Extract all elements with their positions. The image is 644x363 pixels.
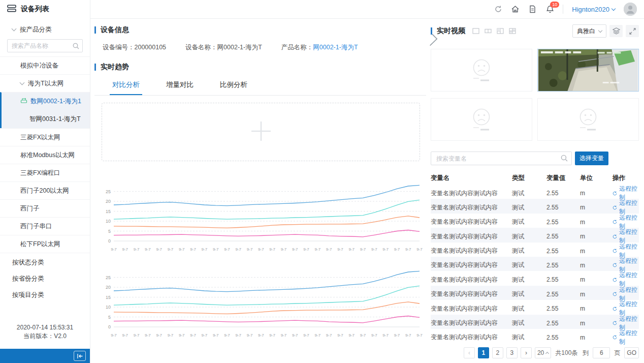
sidebar-section[interactable]: 按省份分类 [0, 270, 90, 287]
page-size-value: 20 [537, 349, 544, 356]
remote-control-label: 远程控制 [619, 329, 639, 346]
cell-value: 2.55 [546, 305, 580, 312]
video-slot-2[interactable] [537, 49, 639, 92]
tree-item[interactable]: 标准Modbus以太网 [0, 146, 90, 164]
home-icon[interactable] [511, 5, 520, 14]
column-header: 变量值 [546, 174, 580, 183]
trend-chart-1: 05101520259-79-79-79-79-79-79-79-79-79-7… [99, 175, 425, 255]
column-header: 类型 [512, 174, 546, 183]
sidebar-section[interactable]: 按状态分类 [0, 254, 90, 270]
video-slot-1[interactable] [431, 49, 532, 92]
app-title: 设备列表 [21, 5, 49, 14]
svg-text:9-7: 9-7 [360, 247, 366, 252]
tree-child-item[interactable]: 数网0002-1-海为1 [2, 93, 90, 110]
page-size-select[interactable]: 20 [535, 347, 551, 358]
notification-badge: 10 [550, 2, 559, 8]
tree-item[interactable]: 海为T以太网 [0, 74, 90, 92]
go-button[interactable]: GO [624, 347, 639, 358]
tree-item[interactable]: 松下FP以太网 [0, 235, 90, 253]
remote-control-icon [613, 320, 617, 326]
page-button-3[interactable]: 3 [506, 347, 518, 358]
fullscreen-icon[interactable] [626, 25, 639, 37]
tree-item[interactable]: 西门子 [0, 199, 90, 217]
add-variable-dropzone[interactable] [102, 103, 420, 161]
remote-control-icon [613, 306, 617, 312]
cell-name: 变量名测试内容测试内容 [431, 247, 512, 255]
section-title-text: 设备信息 [101, 25, 129, 35]
svg-text:9-7: 9-7 [337, 247, 343, 252]
video-slot-4[interactable] [537, 98, 639, 141]
svg-text:9-7: 9-7 [213, 247, 219, 252]
search-icon [73, 42, 79, 51]
page-button-1[interactable]: 1 [478, 347, 489, 358]
sidebar-bottombar [0, 349, 90, 363]
product-search-input[interactable] [7, 39, 83, 52]
tree-item[interactable]: 西门子串口 [0, 217, 90, 235]
cell-unit: m [580, 291, 613, 298]
user-menu[interactable]: Hignton2020 [572, 6, 615, 13]
tab-对比分析[interactable]: 对比分析 [110, 76, 142, 95]
svg-text:0: 0 [108, 324, 111, 329]
cell-value: 2.55 [546, 276, 580, 283]
tree-item-label: 西门子 [20, 204, 40, 213]
table-row: 变量名测试内容测试内容测试2.55m远程控制 [431, 243, 639, 257]
tree-item[interactable]: 三菱FX编程口 [0, 164, 90, 182]
remote-control-link[interactable]: 远程控制 [613, 329, 639, 346]
tree-child-item[interactable]: 智网0031-1-海为T [2, 110, 90, 128]
cell-name: 变量名测试内容测试内容 [431, 261, 512, 269]
tree-item[interactable]: 三菱FX以太网 [0, 128, 90, 146]
bell-icon[interactable]: 10 [545, 5, 554, 14]
layout-four-pane-icon[interactable] [509, 28, 516, 34]
svg-text:5: 5 [108, 315, 111, 320]
table-row: 变量名测试内容测试内容测试2.55m远程控制 [431, 315, 639, 329]
tab-比例分析[interactable]: 比例分析 [217, 76, 250, 95]
cell-name: 变量名测试内容测试内容 [431, 290, 512, 298]
svg-text:9-7: 9-7 [337, 333, 343, 338]
no-video-icon [467, 57, 496, 83]
collapse-sidebar-icon[interactable] [74, 351, 86, 361]
trend-tabs: 对比分析增量对比比例分析 [94, 76, 426, 96]
remote-control-icon [613, 335, 617, 340]
svg-text:9-7: 9-7 [179, 333, 185, 338]
svg-text:9-7: 9-7 [168, 333, 174, 338]
tree-item-label: 三菱FX编程口 [20, 169, 60, 177]
device-info-title: 设备信息 [94, 25, 426, 35]
video-slot-3[interactable] [431, 98, 532, 141]
cell-name: 变量名测试内容测试内容 [431, 319, 512, 327]
chevron-down-icon [12, 26, 17, 32]
refresh-icon[interactable] [494, 5, 502, 14]
layers-icon[interactable] [609, 25, 623, 37]
cell-unit: m [580, 219, 613, 226]
next-page-button[interactable]: › [521, 347, 532, 358]
svg-text:9-7: 9-7 [224, 247, 230, 252]
table-row: 变量名测试内容测试内容测试2.55m远程控制 [431, 214, 639, 228]
tab-增量对比[interactable]: 增量对比 [164, 76, 196, 95]
layout-two-pane-icon[interactable] [485, 28, 492, 34]
tree-item[interactable]: 西门子200以太网 [0, 182, 90, 199]
svg-text:9-7: 9-7 [315, 333, 321, 338]
product-name-link[interactable]: 网0002-1-海为T [313, 44, 358, 51]
layout-single-icon[interactable] [472, 28, 479, 34]
layout-three-pane-icon[interactable] [497, 28, 504, 34]
theme-select[interactable]: 典雅白 [572, 24, 606, 38]
tree-item[interactable]: 模拟中冶设备 [0, 56, 90, 74]
sidebar-section[interactable]: 按项目分类 [0, 287, 90, 303]
sidebar-section-product[interactable]: 按产品分类 [0, 21, 90, 38]
remote-control-icon [613, 277, 617, 283]
prev-page-button[interactable]: ‹ [464, 347, 475, 358]
svg-text:9-7: 9-7 [179, 247, 185, 252]
document-icon[interactable] [528, 5, 537, 14]
page-button-2[interactable]: 2 [492, 347, 503, 358]
variable-table-header: 变量名类型变量值单位操作 [431, 172, 639, 185]
svg-text:9-7: 9-7 [190, 247, 196, 252]
section-label: 按省份分类 [12, 275, 44, 283]
avatar[interactable] [624, 3, 637, 16]
goto-page-input[interactable] [593, 347, 610, 358]
svg-text:9-7: 9-7 [405, 333, 411, 338]
section-label: 按项目分类 [12, 291, 44, 299]
select-variable-button[interactable]: 选择变量 [575, 152, 608, 165]
variable-search-input[interactable] [431, 152, 572, 165]
no-video-icon [573, 107, 603, 132]
svg-text:9-7: 9-7 [111, 247, 117, 252]
svg-text:9-7: 9-7 [269, 247, 275, 252]
